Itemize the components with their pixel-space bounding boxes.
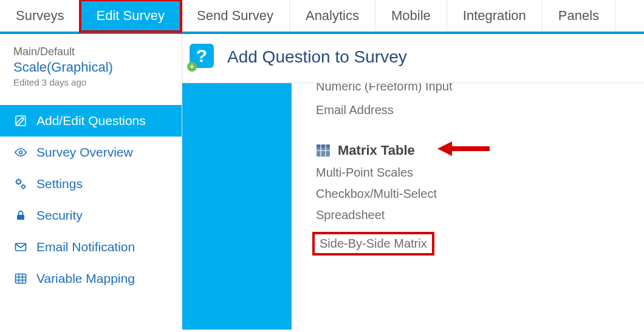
sidebar-item-label: Settings [36, 177, 83, 191]
svg-rect-4 [17, 215, 24, 220]
question-type-list: Numeric (Freeform) Input Email Address M… [292, 83, 644, 330]
tab-send-survey[interactable]: Send Survey [181, 0, 290, 32]
survey-path: Main/Default [13, 45, 168, 59]
section-matrix-table: Matrix Table [316, 143, 644, 158]
content-header: ? + Add Question to Survey [182, 34, 644, 83]
sidebar-item-survey-overview[interactable]: Survey Overview [0, 137, 182, 168]
tab-label: Send Survey [197, 8, 273, 24]
tab-mobile[interactable]: Mobile [375, 0, 447, 32]
question-type-item[interactable]: Checkbox/Multi-Select [316, 183, 644, 205]
tab-integration[interactable]: Integration [447, 0, 543, 32]
mail-icon [13, 240, 28, 254]
question-type-item[interactable]: Email Address [316, 100, 644, 121]
tab-edit-survey[interactable]: Edit Survey [80, 0, 181, 32]
question-type-item[interactable]: Numeric (Freeform) Input [316, 83, 644, 93]
svg-rect-8 [317, 144, 330, 147]
eye-icon [13, 145, 28, 160]
sidebar-items: Add/Edit Questions Survey Overview Setti… [0, 105, 182, 294]
tab-surveys[interactable]: Surveys [0, 0, 80, 32]
main-area: Main/Default Scale(Graphical) Edited 3 d… [0, 34, 644, 330]
svg-rect-6 [16, 274, 26, 283]
svg-point-3 [22, 185, 25, 188]
sidebar-item-variable-mapping[interactable]: Variable Mapping [0, 263, 182, 294]
table-icon [316, 144, 331, 157]
annotation-highlight: Side-By-Side Matrix [312, 232, 434, 256]
tab-label: Surveys [16, 8, 64, 24]
add-question-icon: ? + [190, 44, 216, 70]
survey-edited: Edited 3 days ago [13, 76, 168, 89]
svg-point-1 [19, 151, 22, 154]
sidebar-header: Main/Default Scale(Graphical) Edited 3 d… [0, 34, 182, 94]
tab-label: Panels [558, 8, 599, 24]
category-panel [182, 83, 292, 330]
gear-icon [13, 177, 28, 191]
question-type-item[interactable]: Spreadsheet [316, 205, 644, 226]
tab-label: Integration [463, 8, 526, 24]
lock-icon [13, 208, 28, 223]
annotation-arrow-icon [435, 139, 490, 158]
grid-icon [13, 271, 28, 286]
content-body: Numeric (Freeform) Input Email Address M… [182, 83, 644, 330]
top-nav: Surveys Edit Survey Send Survey Analytic… [0, 0, 644, 34]
plus-badge-icon: + [187, 62, 197, 72]
sidebar-item-security[interactable]: Security [0, 200, 182, 231]
question-type-item[interactable]: Multi-Point Scales [316, 162, 644, 183]
svg-point-2 [16, 180, 20, 184]
tab-label: Edit Survey [96, 8, 165, 24]
sidebar-item-email-notification[interactable]: Email Notification [0, 231, 182, 263]
sidebar-item-label: Email Notification [36, 240, 135, 254]
tab-label: Analytics [306, 8, 359, 24]
sidebar-item-label: Security [36, 208, 83, 223]
sidebar-item-label: Variable Mapping [36, 271, 135, 286]
sidebar: Main/Default Scale(Graphical) Edited 3 d… [0, 34, 182, 330]
page-title: Add Question to Survey [227, 47, 407, 67]
tab-panels[interactable]: Panels [543, 0, 615, 32]
survey-title[interactable]: Scale(Graphical) [13, 59, 168, 76]
question-type-side-by-side-matrix[interactable]: Side-By-Side Matrix [316, 226, 644, 259]
sidebar-item-settings[interactable]: Settings [0, 168, 182, 200]
tab-label: Mobile [391, 8, 431, 24]
question-type-label: Side-By-Side Matrix [320, 237, 427, 250]
section-title: Matrix Table [338, 143, 415, 158]
tab-analytics[interactable]: Analytics [290, 0, 375, 32]
content: ? + Add Question to Survey Numeric (Free… [182, 34, 644, 330]
sidebar-item-label: Add/Edit Questions [36, 113, 146, 128]
sidebar-item-add-edit-questions[interactable]: Add/Edit Questions [0, 105, 182, 137]
edit-icon [13, 113, 28, 128]
sidebar-item-label: Survey Overview [36, 145, 133, 160]
